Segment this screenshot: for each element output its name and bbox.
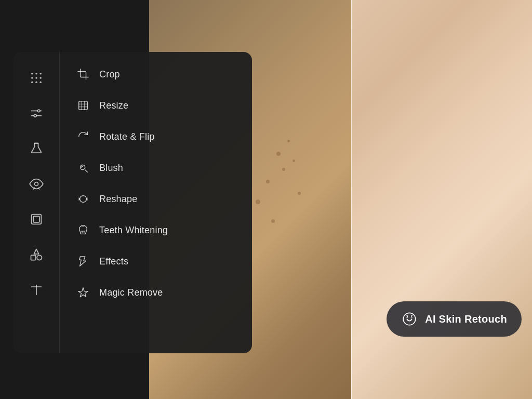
ai-skin-icon [401, 311, 418, 327]
svg-rect-20 [31, 255, 35, 260]
menu-item-crop[interactable]: Crop [64, 59, 248, 89]
svg-point-7 [35, 81, 37, 83]
svg-point-16 [34, 182, 38, 186]
icon-shapes[interactable] [21, 239, 52, 270]
icon-flask[interactable] [21, 133, 52, 164]
menu-item-rotate[interactable]: Rotate & Flip [64, 122, 248, 152]
menu-item-reshape[interactable]: Reshape [64, 184, 248, 214]
svg-point-4 [35, 77, 37, 79]
freckle [282, 168, 285, 171]
magic-label: Magic Remove [99, 287, 163, 298]
freckle [256, 200, 260, 204]
icon-text[interactable] [21, 274, 52, 305]
blush-icon [76, 161, 90, 175]
effects-icon [76, 255, 90, 268]
svg-point-11 [37, 110, 40, 112]
effects-label: Effects [99, 256, 128, 267]
svg-point-3 [31, 77, 33, 79]
freckle [287, 140, 290, 142]
menu-item-magic[interactable]: Magic Remove [64, 277, 248, 308]
resize-label: Resize [99, 100, 128, 111]
svg-rect-18 [33, 216, 39, 222]
freckle [266, 180, 270, 183]
blush-label: Blush [99, 163, 123, 174]
resize-icon [76, 99, 90, 112]
rotate-icon [76, 130, 90, 143]
crop-icon [76, 68, 90, 81]
magic-icon [76, 286, 90, 299]
svg-point-8 [39, 81, 42, 83]
svg-rect-23 [79, 101, 88, 110]
before-after-divider [351, 0, 352, 399]
rotate-label: Rotate & Flip [99, 131, 155, 142]
svg-point-14 [34, 114, 36, 117]
teeth-icon [76, 223, 90, 237]
svg-point-1 [35, 73, 37, 75]
face-after [351, 0, 532, 399]
menu-item-teeth[interactable]: Teeth Whitening [64, 215, 248, 245]
svg-point-6 [31, 81, 33, 83]
menu-list: Crop Resize Rotate & Flip [60, 52, 252, 353]
sidebar-panel: Crop Resize Rotate & Flip [13, 52, 252, 353]
icon-rail [13, 52, 60, 353]
menu-item-blush[interactable]: Blush [64, 153, 248, 183]
icon-eye[interactable] [21, 168, 52, 200]
svg-point-0 [31, 73, 33, 75]
icon-adjust[interactable] [21, 98, 52, 129]
ai-skin-retouch-badge[interactable]: AI Skin Retouch [387, 301, 522, 337]
svg-point-5 [39, 77, 42, 79]
icon-frame[interactable] [21, 204, 52, 235]
teeth-label: Teeth Whitening [99, 225, 168, 236]
reshape-icon [76, 192, 90, 206]
ai-badge-label: AI Skin Retouch [425, 313, 507, 325]
crop-label: Crop [99, 69, 120, 80]
icon-grid[interactable] [21, 62, 52, 94]
menu-item-effects[interactable]: Effects [64, 246, 248, 276]
reshape-label: Reshape [99, 194, 137, 205]
svg-point-19 [37, 255, 42, 260]
menu-item-resize[interactable]: Resize [64, 90, 248, 121]
svg-point-2 [39, 73, 42, 75]
